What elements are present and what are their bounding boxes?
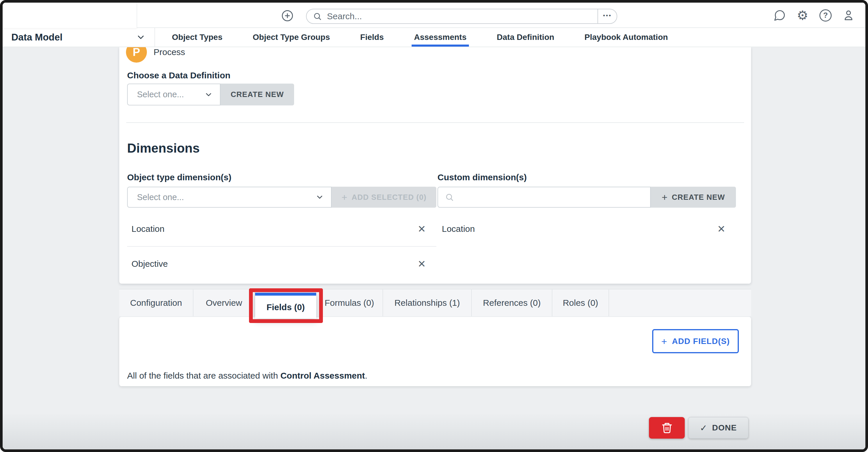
chevron-down-icon: [315, 193, 324, 201]
plus-circle-icon: [281, 9, 293, 22]
search-icon: [313, 12, 322, 21]
remove-dimension-button[interactable]: ✕: [717, 224, 726, 234]
tab-bar-filler: [609, 289, 751, 316]
plus-icon: +: [662, 192, 668, 202]
topbar-left-panel: [3, 3, 137, 28]
data-definition-row: Select one... CREATE NEW: [127, 84, 294, 106]
tab-configuration[interactable]: Configuration: [119, 289, 193, 316]
custom-dimension-list: Location ✕: [437, 212, 736, 246]
add-fields-label: ADD FIELD(S): [672, 337, 730, 346]
app-window: ••• ⚙ ? Data Model: [0, 0, 868, 452]
add-selected-button[interactable]: + ADD SELECTED (0): [332, 187, 436, 208]
custom-dimension-search-input[interactable]: [454, 193, 643, 202]
check-icon: ✓: [700, 423, 707, 433]
divider: [126, 122, 744, 123]
nav-tab-object-type-groups[interactable]: Object Type Groups: [250, 28, 333, 47]
search-bar: •••: [306, 9, 617, 24]
fields-panel: + ADD FIELD(S) All of the fields that ar…: [119, 317, 751, 386]
object-type-dimensions-label: Object type dimension(s): [127, 172, 231, 182]
nav-tab-object-types[interactable]: Object Types: [169, 28, 225, 47]
tab-fields[interactable]: Fields (0): [255, 293, 316, 319]
dimension-item-label: Location: [442, 224, 717, 234]
tab-relationships[interactable]: Relationships (1): [383, 289, 472, 316]
nav-tab-assessments[interactable]: Assessments: [412, 28, 469, 47]
create-custom-dimension-button[interactable]: + CREATE NEW: [651, 187, 736, 208]
topbar-icon-group: ⚙ ?: [773, 3, 855, 28]
add-selected-label: ADD SELECTED (0): [352, 193, 427, 202]
nav-tab-data-definition[interactable]: Data Definition: [495, 28, 557, 47]
plus-icon: +: [341, 192, 348, 202]
create-data-definition-button[interactable]: CREATE NEW: [220, 84, 294, 106]
chat-button[interactable]: [773, 9, 786, 22]
dimension-item-label: Location: [131, 224, 418, 234]
nav-tab-playbook-automation[interactable]: Playbook Automation: [582, 28, 670, 47]
app-switcher[interactable]: Data Model: [3, 28, 155, 47]
object-type-dimension-list: Location ✕ Objective ✕: [127, 212, 436, 281]
done-label: DONE: [712, 423, 737, 432]
chat-icon: [773, 9, 786, 22]
search-input[interactable]: [322, 11, 597, 21]
data-definition-label: Choose a Data Definition: [127, 70, 230, 80]
custom-dimensions-label: Custom dimension(s): [437, 172, 527, 182]
detail-tab-bar: Configuration Overview Fields (0) Formul…: [119, 289, 751, 317]
tab-references[interactable]: References (0): [472, 289, 552, 316]
nav-bar: Data Model Object Types Object Type Grou…: [3, 28, 865, 47]
user-menu-button[interactable]: [842, 9, 855, 22]
nav-tab-list: Object Types Object Type Groups Fields A…: [169, 28, 670, 47]
data-definition-select[interactable]: Select one...: [127, 84, 220, 106]
remove-dimension-button[interactable]: ✕: [418, 224, 426, 234]
help-button[interactable]: ?: [819, 9, 832, 22]
dimension-item-label: Objective: [131, 259, 418, 269]
create-custom-dimension-label: CREATE NEW: [672, 193, 725, 202]
settings-button[interactable]: ⚙: [796, 9, 809, 22]
custom-dimension-controls: + CREATE NEW: [437, 187, 736, 208]
tab-overview[interactable]: Overview: [193, 289, 255, 316]
chevron-down-icon: [204, 90, 213, 99]
search-icon: [445, 193, 454, 201]
dimension-item: Location ✕: [437, 212, 736, 246]
done-button[interactable]: ✓ DONE: [688, 417, 748, 439]
remove-dimension-button[interactable]: ✕: [418, 259, 426, 269]
nav-tab-fields[interactable]: Fields: [358, 28, 386, 47]
dimension-item: Objective ✕: [127, 247, 436, 281]
custom-dimension-search: [437, 187, 651, 208]
object-name: Process: [154, 47, 185, 57]
delete-button[interactable]: [649, 417, 685, 439]
trash-icon: [661, 422, 673, 434]
object-type-dimension-select[interactable]: Select one...: [127, 187, 332, 208]
plus-icon: +: [661, 336, 667, 346]
dimension-item: Location ✕: [127, 212, 436, 246]
fields-description: All of the fields that are associated wi…: [127, 371, 367, 380]
select-placeholder: Select one...: [137, 90, 204, 99]
gear-icon: ⚙: [797, 9, 808, 22]
assessment-card: P Process Choose a Data Definition Selec…: [119, 47, 751, 284]
add-fields-button[interactable]: + ADD FIELD(S): [652, 329, 739, 353]
select-placeholder: Select one...: [137, 193, 315, 202]
tab-fields-label: Fields (0): [267, 302, 305, 312]
top-bar: ••• ⚙ ?: [3, 3, 865, 28]
quick-create-button[interactable]: [281, 9, 293, 22]
chevron-down-icon: [136, 32, 146, 42]
tab-roles[interactable]: Roles (0): [552, 289, 609, 316]
help-icon: ?: [819, 9, 832, 22]
tab-formulas[interactable]: Formulas (0): [316, 289, 383, 316]
person-icon: [842, 9, 855, 22]
search-more-button[interactable]: •••: [597, 9, 617, 23]
app-title: Data Model: [11, 32, 63, 43]
object-type-name: Control Assessment: [280, 371, 365, 380]
object-type-dimension-controls: Select one... + ADD SELECTED (0): [127, 187, 436, 208]
dimensions-title: Dimensions: [127, 141, 199, 156]
